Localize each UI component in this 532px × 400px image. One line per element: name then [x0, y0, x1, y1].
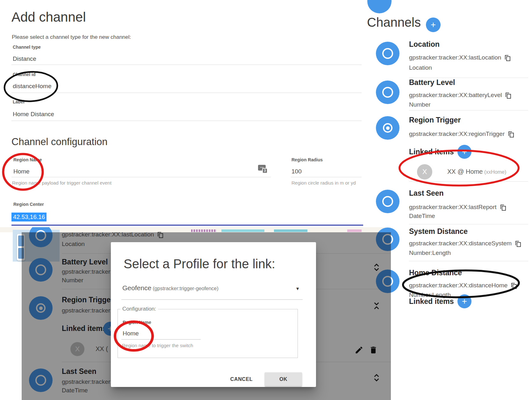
- channel-type-underline: [11, 65, 362, 65]
- copy-icon[interactable]: [506, 93, 510, 98]
- form-subtitle: Please select a channel type for the new…: [12, 34, 131, 40]
- linked-item-avatar: X: [417, 164, 432, 179]
- linked-items-label: Linked items: [409, 148, 454, 156]
- channel-avatar-last-seen: [376, 190, 399, 213]
- channel-avatar-location: [376, 42, 399, 65]
- copy-icon[interactable]: [500, 205, 505, 210]
- profile-dialog: Select a Profile for the link: Geofence …: [111, 242, 316, 387]
- profile-select[interactable]: Geofence (gpstracker:trigger-geofence) ▼: [122, 284, 306, 292]
- channel-id-row: gpstracker:tracker:XX:batteryLevel: [409, 92, 510, 99]
- label-field[interactable]: Home Distance: [13, 111, 54, 118]
- region-radius-field[interactable]: 100: [291, 168, 302, 175]
- channel-title: System Distance: [409, 227, 468, 236]
- profile-select-underline: [121, 299, 303, 300]
- copy-icon[interactable]: [515, 241, 520, 246]
- channel-title: Region Trigger: [409, 116, 461, 124]
- channel-id: gpstracker:tracker:XX:batteryLevel: [409, 92, 502, 99]
- linked-item-row[interactable]: XX @ Home (xxHome): [447, 168, 506, 175]
- region-name-underline: [11, 177, 271, 177]
- region-center-focus-underline: [11, 225, 363, 226]
- dialog-region-name-underline: [121, 339, 201, 340]
- circle-glyph: [382, 196, 393, 207]
- circle-glyph: [382, 87, 393, 98]
- channel-id: gpstracker:tracker:XX:lastReport: [409, 204, 497, 211]
- channel-avatar-battery: [376, 81, 399, 104]
- add-linked-item-button[interactable]: +: [457, 145, 471, 159]
- channel-id: gpstracker:tracker:XX:regionTrigger: [409, 130, 505, 137]
- channel-type: Location: [409, 64, 432, 71]
- radio-glyph: [383, 123, 392, 133]
- map-strip-fragment: [221, 229, 264, 232]
- channel-id-field[interactable]: distanceHome: [13, 83, 51, 90]
- text-input-icon[interactable]: ... 3: [258, 165, 268, 174]
- cancel-button[interactable]: CANCEL: [225, 372, 258, 386]
- profile-selected-value: Geofence: [122, 284, 151, 291]
- channel-id-label: Channel id: [13, 72, 36, 77]
- map-strip-fragment: [274, 229, 307, 232]
- channel-config-heading: Channel configuration: [11, 136, 108, 148]
- copy-icon[interactable]: [508, 131, 513, 137]
- channel-type: Number: [409, 101, 431, 108]
- linked-item-text: XX @ Home: [447, 168, 483, 175]
- label-label: Label: [13, 99, 25, 104]
- region-name-label: Region Name: [13, 157, 42, 162]
- map-strip-fragment: [191, 229, 217, 232]
- profile-selected-detail: (gpstracker:trigger-geofence): [153, 286, 219, 291]
- channel-title: Location: [409, 40, 440, 49]
- channel-id-row: gpstracker:tracker:XX:lastLocation: [409, 54, 510, 61]
- channels-heading: Channels: [367, 15, 421, 30]
- channel-id-row: gpstracker:tracker:XX:distanceSystem: [409, 240, 520, 247]
- label-underline: [11, 121, 362, 121]
- copy-icon[interactable]: [505, 55, 510, 60]
- dialog-region-name-hint: Region name to trigger the switch: [122, 343, 193, 348]
- page: Add channel Please select a channel type…: [0, 0, 532, 400]
- channel-id: gpstracker:tracker:XX:distanceHome: [409, 282, 507, 289]
- channel-id-row: gpstracker:tracker:XX:distanceHome: [409, 282, 516, 289]
- dialog-region-name-field[interactable]: Home: [123, 330, 139, 337]
- copy-icon[interactable]: [511, 283, 516, 288]
- region-center-selected-text: 42.53,16.16: [11, 213, 47, 221]
- region-name-hint: Region name payload for trigger channel …: [12, 180, 111, 186]
- channel-id-underline: [11, 93, 362, 93]
- ok-button[interactable]: OK: [265, 372, 302, 386]
- dialog-region-name-label: Region Name: [123, 320, 151, 325]
- chevron-down-icon: ▼: [295, 286, 300, 291]
- circle-glyph: [382, 48, 393, 59]
- channel-title: Home Distance: [409, 269, 462, 277]
- channel-type: DateTime: [409, 213, 435, 220]
- region-radius-underline: [291, 177, 362, 177]
- linked-items-label-2: Linked items: [409, 297, 454, 306]
- channel-type: Number:Length: [409, 249, 451, 256]
- region-radius-hint: Region circle radius in m or yd: [291, 180, 356, 186]
- channel-avatar-region-trigger: [376, 116, 399, 140]
- page-title: Add channel: [11, 10, 86, 25]
- region-center-label: Region Center: [13, 202, 44, 207]
- channel-id-row: gpstracker:tracker:XX:regionTrigger: [409, 130, 513, 137]
- channel-title: Battery Level: [409, 78, 455, 87]
- channel-id: gpstracker:tracker:XX:distanceSystem: [409, 240, 512, 247]
- configuration-fieldset: Configuration:: [118, 306, 298, 358]
- map-strip-fragment: [347, 229, 362, 232]
- channel-type-field[interactable]: Distance: [13, 55, 36, 62]
- region-radius-label: Region Radius: [291, 157, 323, 162]
- linked-item-suffix: (xxHome): [484, 169, 506, 175]
- add-channel-button[interactable]: +: [426, 18, 441, 32]
- add-linked-item-button-2[interactable]: +: [457, 294, 471, 308]
- channel-id: gpstracker:tracker:XX:lastLocation: [409, 54, 501, 61]
- configuration-legend: Configuration:: [120, 306, 158, 312]
- dialog-title: Select a Profile for the link:: [124, 257, 275, 271]
- partial-add-button[interactable]: [367, 0, 392, 13]
- channel-type-label: Channel type: [13, 45, 41, 50]
- channel-id-row: gpstracker:tracker:XX:lastReport: [409, 204, 505, 211]
- channel-title: Last Seen: [409, 189, 444, 198]
- region-name-field[interactable]: Home: [13, 168, 30, 175]
- region-center-field[interactable]: 42.53,16.16: [11, 213, 47, 221]
